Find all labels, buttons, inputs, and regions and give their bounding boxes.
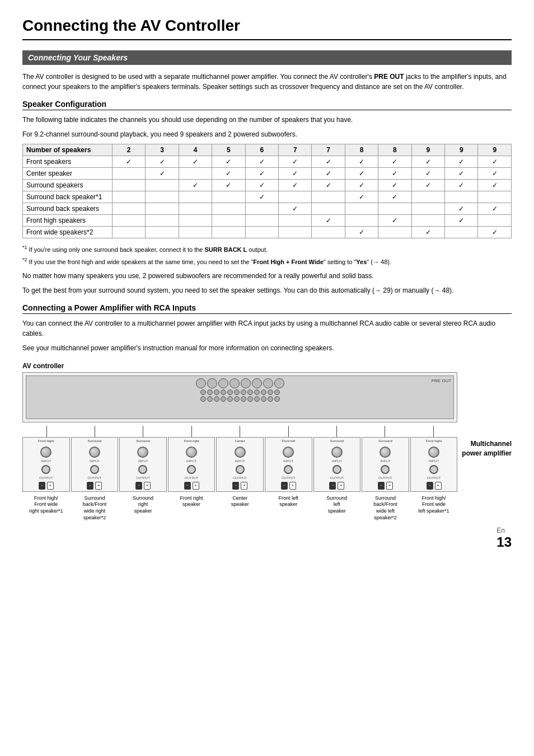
amplifier-units-container: Front high/INPUTOUTPUT−+SurroundINPUTOUT… [22, 437, 457, 491]
speaker-col-label: Front high/ Front wide left speaker*1 [410, 495, 458, 522]
row-cell: ✓ [411, 168, 444, 180]
col-header-label: Number of speakers [23, 144, 113, 156]
table-row: Surround back speakers✓✓✓ [23, 203, 512, 215]
row-cell: ✓ [378, 168, 411, 180]
row-label: Surround speakers [23, 180, 113, 191]
col-5: 5 [212, 144, 245, 156]
row-cell: ✓ [445, 180, 478, 191]
amp-unit: Front high/INPUTOUTPUT−+ [410, 437, 458, 491]
row-cell: ✓ [411, 180, 444, 191]
row-cell: ✓ [445, 203, 478, 215]
row-cell [146, 215, 179, 227]
note1: No matter how many speakers you use, 2 p… [22, 271, 512, 281]
row-cell [113, 203, 146, 215]
row-cell: ✓ [113, 156, 146, 168]
row-cell [146, 203, 179, 215]
table-row: Front speakers✓✓✓✓✓✓✓✓✓✓✓✓ [23, 156, 512, 168]
row-cell: ✓ [478, 227, 512, 238]
table-row: Front wide speakers*2✓✓✓ [23, 227, 512, 238]
config-text2: For 9.2-channel surround-sound playback,… [22, 129, 512, 139]
speaker-col-label: Center speaker [216, 495, 264, 522]
row-cell [212, 215, 245, 227]
col-9a: 9 [411, 144, 444, 156]
row-cell [146, 191, 179, 203]
amp-unit: Front rightINPUTOUTPUT−+ [168, 437, 216, 491]
table-row: Surround back speaker*1✓✓✓ [23, 191, 512, 203]
row-cell [279, 215, 312, 227]
speaker-labels: Front high/ Front wide right speaker*1Su… [22, 495, 457, 522]
row-cell: ✓ [378, 191, 411, 203]
speaker-col-label: Surround left speaker [313, 495, 361, 522]
col-8a: 8 [345, 144, 378, 156]
row-cell: ✓ [312, 168, 345, 180]
row-cell [179, 191, 212, 203]
en-label: En [496, 527, 512, 534]
amp-unit: SurroundINPUTOUTPUT−+ [313, 437, 361, 491]
row-cell: ✓ [279, 180, 312, 191]
row-cell: ✓ [312, 215, 345, 227]
row-cell [113, 180, 146, 191]
row-cell: ✓ [179, 156, 212, 168]
row-cell [478, 191, 512, 203]
col-9b: 9 [445, 144, 478, 156]
title-divider [22, 39, 512, 40]
table-header-row: Number of speakers 2 3 4 5 6 7 7 8 8 9 9… [23, 144, 512, 156]
row-label: Center speaker [23, 168, 113, 180]
row-cell [411, 203, 444, 215]
row-cell: ✓ [478, 168, 512, 180]
speaker-col-label: Surround right speaker [119, 495, 167, 522]
footnote2: *2 If you use the front high and wide sp… [22, 256, 512, 266]
row-cell: ✓ [245, 168, 278, 180]
row-cell [279, 191, 312, 203]
row-cell: ✓ [478, 180, 512, 191]
row-cell: ✓ [478, 203, 512, 215]
row-cell: ✓ [478, 156, 512, 168]
row-cell: ✓ [146, 168, 179, 180]
amp-unit: Front leftINPUTOUTPUT−+ [265, 437, 312, 491]
row-label: Front high speakers [23, 215, 113, 227]
multichannel-label: Multichannelpower amplifier [462, 439, 512, 458]
row-cell [478, 215, 512, 227]
row-cell [445, 227, 478, 238]
row-cell [212, 227, 245, 238]
av-controller-diagram: PRE OUT [22, 372, 457, 422]
table-row: Surround speakers✓✓✓✓✓✓✓✓✓✓ [23, 180, 512, 191]
row-cell: ✓ [345, 156, 378, 168]
row-cell: ✓ [245, 156, 278, 168]
row-cell [312, 203, 345, 215]
rca-text2: See your multichannel power amplifier's … [22, 343, 512, 353]
table-row: Front high speakers✓✓✓ [23, 215, 512, 227]
row-cell: ✓ [445, 215, 478, 227]
config-text1: The following table indicates the channe… [22, 115, 512, 125]
diagram-section: AV controller [22, 362, 512, 521]
col-7b: 7 [312, 144, 345, 156]
row-cell: ✓ [345, 180, 378, 191]
row-cell [113, 215, 146, 227]
row-cell: ✓ [212, 156, 245, 168]
row-cell: ✓ [345, 168, 378, 180]
row-cell: ✓ [378, 180, 411, 191]
row-cell [411, 215, 444, 227]
row-cell: ✓ [212, 168, 245, 180]
page-title: Connecting the AV Controller [22, 17, 512, 35]
table-row: Center speaker✓✓✓✓✓✓✓✓✓✓ [23, 168, 512, 180]
amp-unit: Front high/INPUTOUTPUT−+ [22, 437, 70, 491]
row-cell: ✓ [212, 180, 245, 191]
page-footer: En 13 [22, 527, 512, 550]
row-cell [179, 227, 212, 238]
rca-text1: You can connect the AV controller to a m… [22, 318, 512, 339]
row-cell [245, 215, 278, 227]
speaker-col-label: Front high/ Front wide right speaker*1 [22, 495, 70, 522]
row-cell: ✓ [312, 156, 345, 168]
row-cell [345, 203, 378, 215]
col-6: 6 [245, 144, 278, 156]
row-cell: ✓ [279, 156, 312, 168]
section-header: Connecting Your Speakers [22, 50, 512, 65]
col-2: 2 [113, 144, 146, 156]
speaker-config-table: Number of speakers 2 3 4 5 6 7 7 8 8 9 9… [22, 144, 512, 238]
row-cell: ✓ [245, 180, 278, 191]
amp-unit: SurroundINPUTOUTPUT−+ [119, 437, 167, 491]
row-cell: ✓ [445, 156, 478, 168]
connection-lines [22, 426, 457, 437]
page-number: 13 [496, 534, 512, 550]
